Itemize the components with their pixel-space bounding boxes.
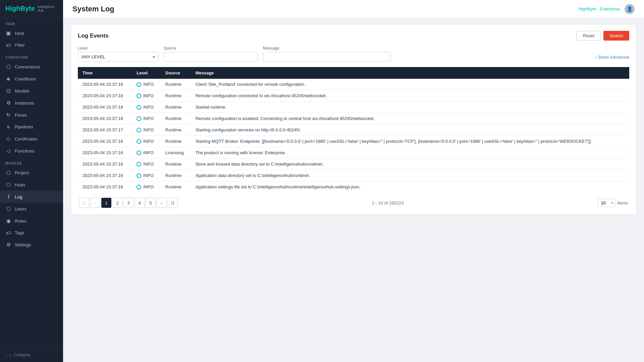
col-source: Source [161, 67, 191, 79]
sidebar: HighByte Intelligence Hub VIEW ▣ Host 🏷 … [0, 0, 63, 362]
sidebar-item-label: Hubs [15, 182, 25, 187]
source-input[interactable] [164, 52, 258, 62]
source-filter-group: Source [164, 46, 258, 62]
logo-text: HighByte [5, 5, 35, 12]
sidebar-item-roles[interactable]: ◉ Roles [0, 215, 63, 227]
sidebar-item-instances[interactable]: ⚙ Instances [0, 97, 63, 109]
items-select-wrapper: 10 25 50 100 [598, 199, 615, 207]
cell-message: Client 'Site_Portland' connected for rem… [191, 79, 629, 90]
sidebar-item-models[interactable]: ⊡ Models [0, 85, 63, 97]
page-prev-button[interactable]: ‹ [90, 198, 100, 208]
page-5-button[interactable]: 5 [146, 198, 156, 208]
sidebar-item-hubs[interactable]: ⬡ Hubs [0, 179, 63, 191]
models-icon: ⊡ [5, 88, 11, 94]
page-3-button[interactable]: 3 [123, 198, 133, 208]
tags-icon: 🏷 [5, 230, 11, 236]
collapse-icon: ←| [5, 352, 11, 357]
page-last-button[interactable]: ⟩⟩ [168, 198, 178, 208]
cell-time: 2023-05-04 15:37:18 [78, 79, 132, 90]
collapse-button[interactable]: ←| Collapse [0, 347, 63, 362]
page-2-button[interactable]: 2 [112, 198, 122, 208]
cell-level: INFO [132, 147, 161, 159]
cell-source: Runtime [161, 170, 191, 181]
cell-time: 2023-05-04 15:37:16 [78, 170, 132, 181]
table-row: 2023-05-04 15:37:16 INFO Licensing The p… [78, 147, 629, 159]
chevron-right-icon: › [595, 55, 596, 60]
sidebar-item-tags[interactable]: 🏷 Tags [0, 227, 63, 239]
log-events-title: Log Events [78, 33, 109, 39]
table-row: 2023-05-04 15:37:18 INFO Runtime Remote … [78, 113, 629, 124]
sidebar-item-certificates[interactable]: ◇ Certificates [0, 133, 63, 145]
info-dot [137, 128, 141, 132]
level-text: INFO [143, 139, 154, 144]
show-advanced-button[interactable]: › Show Advanced [595, 55, 629, 62]
message-label: Message [263, 46, 390, 51]
search-button[interactable]: Search [603, 31, 629, 41]
cell-level: INFO [132, 113, 161, 124]
page-title: System Log [72, 5, 114, 13]
message-filter-group: Message [263, 46, 390, 62]
page-4-button[interactable]: 4 [135, 198, 145, 208]
cell-level: INFO [132, 170, 161, 181]
table-row: 2023-05-04 15:37:17 INFO Runtime Startin… [78, 124, 629, 136]
users-icon: ⬡ [5, 206, 11, 212]
settings-icon: ⚙ [5, 242, 11, 248]
host-icon: ▣ [5, 30, 11, 36]
page-next-button[interactable]: › [157, 198, 167, 208]
sidebar-item-connections[interactable]: ⬡ Connections [0, 61, 63, 73]
sidebar-item-label: Users [15, 206, 26, 212]
sidebar-item-label: Roles [15, 219, 26, 224]
sidebar-item-label: Models [15, 88, 30, 94]
message-input[interactable] [263, 52, 390, 62]
table-body: 2023-05-04 15:37:18 INFO Runtime Client … [78, 79, 629, 192]
sidebar-item-pipelines[interactable]: ≡ Pipelines [0, 121, 63, 133]
topbar-right: HighByte - Enterprise 👤 [578, 4, 635, 14]
page-1-button[interactable]: 1 [101, 198, 111, 208]
sidebar-item-label: Conditions [15, 76, 36, 81]
table-header: Time Level Source Message [78, 67, 629, 79]
sidebar-item-settings[interactable]: ⚙ Settings [0, 239, 63, 251]
sidebar-item-label: Settings [15, 242, 31, 247]
reset-button[interactable]: Reset [577, 31, 601, 41]
sidebar-item-users[interactable]: ⬡ Users [0, 203, 63, 215]
cell-level: INFO [132, 102, 161, 113]
level-select[interactable]: ANY LEVEL INFO WARNING ERROR DEBUG [78, 52, 158, 62]
log-events-header: Log Events Reset Search [78, 31, 629, 41]
manage-section-label: MANAGE [0, 157, 63, 167]
cell-message: Starting configuration services on http:… [191, 124, 629, 136]
level-text: INFO [143, 82, 154, 87]
items-per-page-select[interactable]: 10 25 50 100 [598, 199, 615, 207]
cell-message: Remote configuration connected to ws://l… [191, 90, 629, 102]
sidebar-item-label: Instances [15, 101, 34, 106]
level-text: INFO [143, 116, 154, 121]
sidebar-item-project[interactable]: ⬡ Project [0, 167, 63, 179]
cell-source: Licensing [161, 147, 191, 159]
cell-time: 2023-05-04 15:37:17 [78, 124, 132, 136]
sidebar-item-label: Log [15, 194, 22, 199]
table-row: 2023-05-04 15:37:18 INFO Runtime Started… [78, 102, 629, 113]
sidebar-item-filter[interactable]: 🏷 Filter [0, 39, 63, 51]
filter-icon: 🏷 [5, 42, 11, 48]
info-dot [137, 185, 141, 189]
table-row: 2023-05-04 15:37:18 INFO Runtime Remote … [78, 90, 629, 102]
sidebar-item-log[interactable]: ⌇ Log [0, 191, 63, 203]
certificates-icon: ◇ [5, 136, 11, 142]
cell-source: Runtime [161, 159, 191, 170]
info-dot [137, 105, 141, 110]
sidebar-item-flows[interactable]: ↻ Flows [0, 109, 63, 121]
user-avatar[interactable]: 👤 [625, 4, 635, 14]
sidebar-item-functions[interactable]: ◁ Functions [0, 145, 63, 157]
cell-message: The product is running with license: Ent… [191, 147, 629, 159]
table-row: 2023-05-04 15:37:16 INFO Runtime Applica… [78, 181, 629, 193]
sidebar-item-conditions[interactable]: ◈ Conditions [0, 73, 63, 85]
cell-time: 2023-05-04 15:37:16 [78, 159, 132, 170]
cell-source: Runtime [161, 90, 191, 102]
flows-icon: ↻ [5, 112, 11, 118]
page-first-button[interactable]: ⟨⟨ [79, 198, 89, 208]
level-text: INFO [143, 162, 154, 167]
cell-source: Runtime [161, 181, 191, 193]
sidebar-item-host[interactable]: ▣ Host [0, 27, 63, 39]
sidebar-item-label: Functions [15, 148, 35, 154]
cell-message: Remote configuration is enabled. Connect… [191, 113, 629, 124]
cell-source: Runtime [161, 113, 191, 124]
